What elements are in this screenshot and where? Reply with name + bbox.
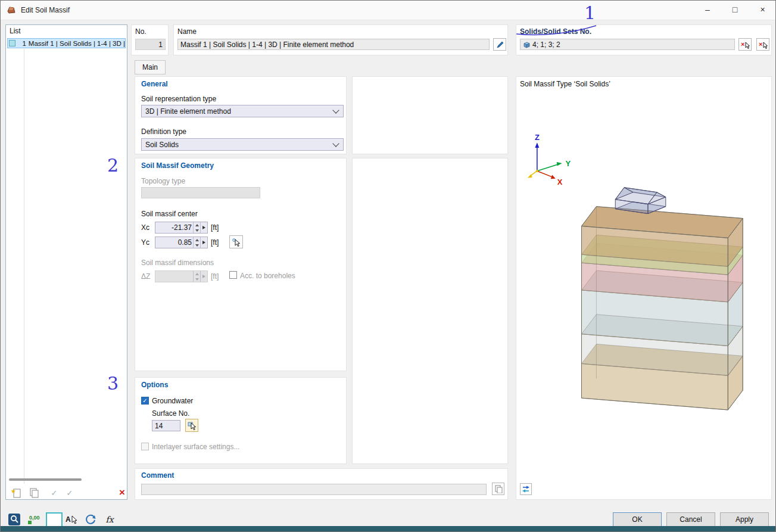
yc-label: Yc: [141, 238, 149, 247]
dz-spinner: [193, 271, 200, 282]
no-field: 1: [135, 39, 166, 50]
app-icon: [7, 5, 16, 15]
list-item-number: 1: [17, 40, 26, 47]
close-button[interactable]: ×: [749, 1, 776, 19]
yc-field[interactable]: 0.85: [155, 237, 208, 248]
list-item-massif-1[interactable]: 1 Massif 1 | Soil Solids | 1-4 | 3D |: [7, 38, 126, 48]
yc-detail-button[interactable]: [200, 237, 207, 248]
pick-center-button[interactable]: [229, 235, 243, 248]
general-panel: General Soil representation type 3D | Fi…: [135, 76, 347, 154]
annotation-underline: [513, 22, 602, 38]
comment-presets-button[interactable]: [492, 483, 504, 495]
acc-to-boreholes-label: Acc. to boreholes: [240, 272, 295, 280]
apply-check-button[interactable]: ✓: [48, 487, 61, 499]
acc-to-boreholes-checkbox[interactable]: [229, 271, 237, 279]
formula-button[interactable]: fx: [102, 512, 117, 527]
list-item-label: Massif 1 | Soil Solids | 1-4 | 3D |: [29, 40, 125, 47]
render-settings-button[interactable]: [7, 512, 22, 527]
cancel-button[interactable]: Cancel: [666, 512, 715, 527]
definition-type-dropdown[interactable]: Soil Solids: [141, 138, 344, 151]
xc-field[interactable]: -21.37: [155, 222, 208, 234]
apply-button[interactable]: Apply: [720, 512, 769, 527]
check-all-icon: ✓: [67, 489, 73, 497]
ok-button[interactable]: OK: [613, 512, 662, 527]
minimize-button[interactable]: –: [694, 1, 721, 19]
soil-massif-dimensions-label: Soil massif dimensions: [141, 259, 214, 267]
soil-solid-icon: [9, 40, 15, 46]
new-massif-button[interactable]: ★: [10, 487, 23, 499]
copy-massif-button[interactable]: [27, 487, 40, 499]
edit-name-button[interactable]: [493, 38, 506, 51]
house-wireframe-icon: [615, 188, 666, 214]
numbering-icon: A: [65, 514, 78, 525]
axes-icon: Z Y X: [528, 133, 571, 186]
remove-selection-button[interactable]: ×: [738, 38, 752, 51]
spin-down-icon: [195, 278, 199, 281]
window-title: Edit Soil Massif: [21, 6, 70, 14]
background-app-edge: [1, 526, 775, 531]
detail-arrow-icon: [202, 226, 205, 229]
xc-spinner[interactable]: [193, 222, 200, 233]
xc-detail-button[interactable]: [200, 222, 207, 233]
delete-x-icon: ×: [119, 487, 125, 499]
svg-text:×: ×: [759, 41, 762, 48]
pick-surface-button[interactable]: [185, 419, 198, 432]
topology-type-field: [141, 187, 260, 198]
remove-all-selection-button[interactable]: ×: [756, 38, 769, 51]
check-icon: ✓: [51, 489, 58, 497]
swap-arrows-icon: [522, 485, 530, 493]
delete-massif-button[interactable]: ×: [116, 487, 129, 499]
axis-z-label: Z: [535, 133, 540, 142]
decimal-places-icon: 0,00: [27, 514, 42, 525]
annotation-1: 1: [584, 4, 596, 22]
groundwater-checkbox[interactable]: ✓: [141, 397, 149, 405]
list-horizontal-scrollbar[interactable]: [9, 478, 82, 481]
comment-title: Comment: [141, 471, 174, 480]
magnifier-icon: [8, 513, 21, 526]
geometry-panel: Soil Massif Geometry Topology type Soil …: [135, 158, 347, 371]
general-title: General: [141, 80, 168, 88]
dz-label: ΔZ: [141, 272, 150, 281]
svg-text:A: A: [66, 515, 71, 524]
notes-icon: [494, 485, 503, 493]
soil-massif-3d-view[interactable]: Z Y X: [516, 77, 771, 499]
apply-all-check-button[interactable]: ✓: [63, 487, 76, 499]
annotation-2: 2: [107, 157, 119, 175]
no-label: No.: [135, 27, 147, 36]
spin-down-icon: [195, 229, 199, 232]
check-icon: ✓: [142, 397, 147, 404]
maximize-button[interactable]: □: [721, 1, 749, 19]
geometry-title: Soil Massif Geometry: [141, 161, 214, 170]
copy-icon: [29, 487, 39, 498]
solid-cube-icon: [523, 41, 530, 48]
cursor-remove-all-icon: ×: [758, 40, 768, 49]
dz-value: [155, 271, 193, 282]
comment-field[interactable]: [141, 484, 487, 495]
axis-x-label: X: [557, 178, 563, 186]
pencil-icon: [495, 41, 504, 49]
yc-unit: [ft]: [211, 238, 219, 247]
list-panel: List 1 Massif 1 | Soil Solids | 1-4 | 3D…: [5, 24, 127, 500]
chevron-down-icon: [332, 140, 339, 147]
empty-panel-top: [352, 76, 508, 154]
pick-cursor-icon: [232, 238, 241, 247]
name-field[interactable]: Massif 1 | Soil Solids | 1-4 | 3D | Fini…: [177, 39, 490, 50]
name-panel: Name Massif 1 | Soil Solids | 1-4 | 3D |…: [173, 24, 508, 55]
decimal-places-button[interactable]: 0,00: [27, 512, 42, 527]
comment-panel: Comment: [135, 468, 508, 500]
dz-field: [155, 270, 208, 282]
swap-view-button[interactable]: [520, 483, 532, 495]
chevron-down-icon: [332, 107, 339, 113]
soil-representation-dropdown[interactable]: 3D | Finite element method: [141, 105, 344, 117]
soil-representation-label: Soil representation type: [141, 95, 216, 103]
surface-no-field[interactable]: 14: [152, 420, 180, 431]
tab-main[interactable]: Main: [135, 60, 166, 74]
new-document-icon: ★: [11, 487, 21, 498]
solids-field[interactable]: 4; 1; 3; 2: [520, 39, 735, 50]
svg-text:★: ★: [11, 488, 16, 494]
detail-arrow-icon: [202, 241, 205, 244]
yc-spinner[interactable]: [193, 237, 200, 248]
xc-unit: [ft]: [211, 223, 219, 232]
default-view-button[interactable]: [83, 512, 98, 527]
numbering-display-button[interactable]: A: [64, 512, 79, 527]
